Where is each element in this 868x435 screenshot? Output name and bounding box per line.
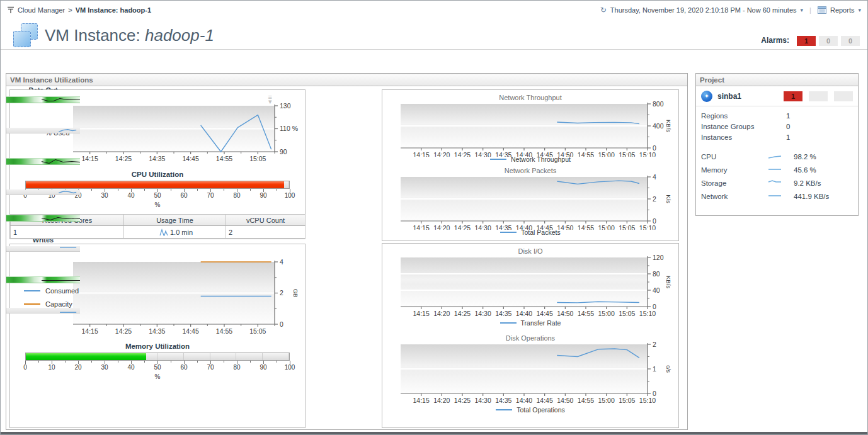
scale-label: 80 bbox=[233, 192, 240, 199]
svg-text:KB/s: KB/s bbox=[665, 276, 672, 288]
svg-text:800: 800 bbox=[653, 101, 664, 108]
scale-label: 60 bbox=[180, 364, 187, 371]
legend-label: Consumed bbox=[45, 287, 79, 295]
network-throughput-chart[interactable]: 8004000KB/s14:1514:2014:2514:3014:3514:4… bbox=[382, 101, 678, 157]
reports-dropdown-icon[interactable]: ▾ bbox=[858, 7, 861, 13]
cpu-utilization-gauge bbox=[25, 181, 290, 189]
cpu-gauge-title: CPU Utilization bbox=[10, 171, 305, 178]
critical-alarm-badge[interactable]: 1 bbox=[784, 91, 802, 101]
metric-value: 9.2 KB/s bbox=[794, 179, 821, 187]
chart-options-icon[interactable]: ≡▾ bbox=[268, 95, 272, 104]
time-range-label[interactable]: Thursday, November 19, 2020 2:10:18 PM -… bbox=[610, 6, 797, 14]
svg-text:14:50: 14:50 bbox=[557, 397, 573, 404]
svg-text:14:55: 14:55 bbox=[216, 327, 232, 335]
network-packets-chart[interactable]: 420K/s14:1514:2014:2514:3014:3514:4014:4… bbox=[382, 174, 678, 230]
scale-label: 40 bbox=[127, 364, 134, 371]
network-throughput-block: Network Throughput 8004000KB/s14:1514:20… bbox=[382, 90, 678, 163]
stat-label: Instances bbox=[701, 133, 786, 141]
scale-label: 90 bbox=[260, 192, 266, 199]
svg-text:14:40: 14:40 bbox=[516, 224, 532, 230]
critical-alarm-badge[interactable]: 1 bbox=[797, 36, 816, 46]
scale-tick bbox=[277, 361, 277, 363]
scale-tick bbox=[91, 361, 92, 363]
scale-label: 40 bbox=[127, 192, 134, 199]
project-panel-header: Project bbox=[696, 74, 858, 86]
svg-text:14:55: 14:55 bbox=[578, 397, 594, 404]
chart-title: Network Throughput bbox=[382, 90, 678, 101]
svg-text:14:30: 14:30 bbox=[475, 310, 491, 317]
scale-tick bbox=[250, 189, 251, 191]
svg-text:KB/s: KB/s bbox=[665, 120, 672, 132]
scale-label: 80 bbox=[233, 364, 240, 371]
svg-text:14:30: 14:30 bbox=[475, 151, 491, 157]
scale-label: 60 bbox=[180, 192, 187, 199]
panel-body: 130110 %9014:1514:2514:3514:4514:5515:05… bbox=[6, 86, 687, 429]
reports-label[interactable]: Reports bbox=[830, 6, 855, 14]
scale-label: 70 bbox=[207, 364, 214, 371]
project-row[interactable]: ✦ sinba1 1 bbox=[696, 86, 858, 106]
disk-io-block: Disk I/O 12080400KB/s14:1514:2014:2514:3… bbox=[382, 244, 678, 327]
svg-text:14:55: 14:55 bbox=[578, 224, 594, 230]
svg-text:15:10: 15:10 bbox=[639, 310, 656, 317]
svg-text:K/s: K/s bbox=[665, 195, 672, 203]
svg-text:14:35: 14:35 bbox=[149, 327, 165, 335]
col-usage-time[interactable]: Usage Time bbox=[124, 215, 226, 226]
col-vcpu-count[interactable]: vCPU Count bbox=[226, 215, 306, 226]
alarm-badge[interactable] bbox=[809, 91, 828, 101]
svg-text:0: 0 bbox=[653, 144, 656, 152]
project-metric-row: Network441.9 KB/s bbox=[701, 189, 853, 203]
stat-label: Instance Groups bbox=[701, 123, 786, 130]
project-name[interactable]: sinba1 bbox=[717, 92, 741, 101]
usage-time-cell: 1.0 min bbox=[127, 228, 226, 237]
svg-text:15:10: 15:10 bbox=[639, 397, 656, 404]
svg-text:14:20: 14:20 bbox=[433, 310, 450, 317]
metric-sparkline bbox=[767, 179, 794, 188]
disk-charts-box: Disk I/O 12080400KB/s14:1514:2014:2514:3… bbox=[382, 243, 679, 428]
svg-text:15:05: 15:05 bbox=[249, 327, 266, 335]
metric-label: CPU bbox=[701, 153, 767, 161]
stat-value: 1 bbox=[786, 133, 790, 141]
sparkline-icon bbox=[159, 228, 168, 237]
topbar-controls: ↻ Thursday, November 19, 2020 2:10:18 PM… bbox=[600, 6, 861, 14]
svg-text:15:00: 15:00 bbox=[598, 224, 615, 230]
alarms-label: Alarms: bbox=[761, 36, 789, 45]
chart-canvas: 12080400KB/s14:1514:2014:2514:3014:3514:… bbox=[382, 255, 678, 320]
gauge-bar bbox=[6, 96, 80, 103]
svg-text:14:50: 14:50 bbox=[557, 310, 573, 317]
chart-canvas: 8004000KB/s14:1514:2014:2514:3014:3514:4… bbox=[382, 101, 678, 157]
svg-text:14:55: 14:55 bbox=[216, 155, 232, 162]
cpu-scale-unit: % bbox=[10, 201, 305, 208]
alarm-badge[interactable]: 0 bbox=[819, 36, 838, 46]
vm-instance-utilizations-panel: VM Instance Utilizations 130110 %9014:15… bbox=[6, 73, 688, 430]
reserved-cores-value: 1 bbox=[11, 226, 124, 239]
disk-operations-chart[interactable]: 210c/s14:1514:2014:2514:3014:3514:4014:4… bbox=[382, 342, 678, 407]
legend-label: Capacity bbox=[45, 300, 72, 308]
svg-text:1: 1 bbox=[653, 365, 656, 373]
scale-tick bbox=[171, 361, 171, 363]
time-range-dropdown-icon[interactable]: ▾ bbox=[801, 7, 804, 13]
legend-row: Consumed bbox=[24, 287, 79, 295]
alarm-badge[interactable] bbox=[834, 91, 853, 101]
svg-text:15:00: 15:00 bbox=[598, 310, 615, 317]
title-separator bbox=[1, 49, 867, 50]
chart-canvas: 420K/s14:1514:2014:2514:3014:3514:4014:4… bbox=[382, 174, 678, 230]
alarm-badge[interactable]: 0 bbox=[841, 36, 860, 46]
svg-text:14:25: 14:25 bbox=[454, 397, 471, 404]
svg-text:15:05: 15:05 bbox=[619, 310, 635, 317]
svg-text:14:45: 14:45 bbox=[537, 224, 553, 230]
disk-io-chart[interactable]: 12080400KB/s14:1514:2014:2514:3014:3514:… bbox=[382, 255, 678, 320]
svg-text:14:30: 14:30 bbox=[475, 224, 491, 230]
scale-tick bbox=[144, 189, 145, 191]
table-row: 1 1.0 min 2 bbox=[11, 226, 306, 239]
metric-label: Memory bbox=[701, 166, 767, 174]
svg-text:4: 4 bbox=[653, 174, 656, 181]
gauge-sparkline bbox=[6, 128, 80, 133]
svg-text:c/s: c/s bbox=[665, 365, 672, 373]
scale-tick bbox=[197, 361, 198, 363]
svg-text:14:15: 14:15 bbox=[413, 224, 430, 230]
up-level-icon[interactable] bbox=[7, 6, 14, 14]
breadcrumb-root-link[interactable]: Cloud Manager bbox=[18, 6, 65, 14]
svg-text:0: 0 bbox=[653, 217, 656, 225]
svg-text:14:20: 14:20 bbox=[433, 224, 450, 230]
legend-swatch bbox=[24, 303, 40, 305]
